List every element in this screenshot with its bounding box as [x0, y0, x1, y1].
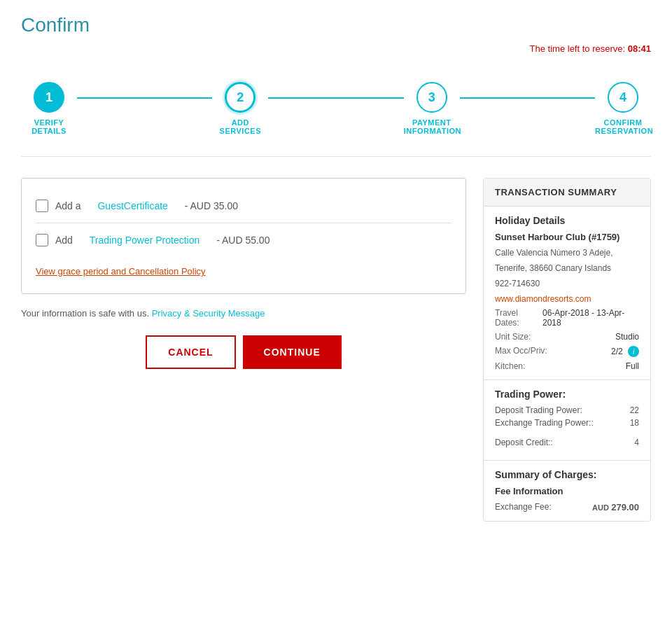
ts-address-line1: Calle Valencia Número 3 Adeje, [495, 246, 639, 259]
ts-exchange-trading-row: Exchange Trading Power:: 18 [495, 418, 639, 428]
cancel-button[interactable]: CANCEL [146, 335, 235, 369]
ts-resort-name: Sunset Harbour Club (#1759) [495, 232, 639, 242]
step-circle-4: 4 [608, 82, 638, 113]
step-label-1: VERIFY DETAILS [21, 118, 77, 135]
cancel-policy-container: View grace period and Cancellation Polic… [36, 253, 451, 279]
timer-label: The time left to reserve: [530, 43, 626, 54]
ts-deposit-credit-value: 4 [634, 438, 639, 447]
connector-2-3 [268, 97, 403, 99]
ts-exchange-fee-row: Exchange Fee: AUD 279.00 [495, 502, 639, 512]
connector-1-2 [77, 97, 212, 99]
ts-exchange-trading-label: Exchange Trading Power:: [495, 418, 594, 428]
ts-max-occ-row: Max Occ/Priv: 2/2 i [495, 346, 639, 357]
info-icon[interactable]: i [628, 346, 639, 357]
step-circle-2: 2 [225, 82, 255, 113]
ts-deposit-trading-value: 22 [630, 405, 639, 415]
ts-fee-info-label: Fee Information [495, 486, 639, 496]
ts-unit-size-label: Unit Size: [495, 332, 531, 342]
continue-button[interactable]: CONTINUE [243, 335, 342, 369]
ts-phone: 922-714630 [495, 277, 639, 290]
step-label-3: PAYMENT INFORMATION [404, 118, 460, 135]
ts-unit-size-value: Studio [615, 332, 639, 342]
ts-holiday-section: Holiday Details Sunset Harbour Club (#17… [484, 207, 650, 380]
step-label-4: CONFIRM RESERVATION [595, 118, 651, 135]
service-row-1: Add a GuestCertificate - AUD 35.00 [36, 193, 451, 219]
timer-row: The time left to reserve: 08:41 [21, 43, 651, 54]
step-4: 4 CONFIRM RESERVATION [595, 82, 651, 135]
ts-deposit-credit-row: Deposit Credit:: 4 [495, 433, 639, 452]
cancel-policy-link[interactable]: View grace period and Cancellation Polic… [36, 266, 206, 277]
service-row-2: Add Trading Power Protection - AUD 55.00 [36, 227, 451, 253]
ts-address-line2: Tenerife, 38660 Canary Islands [495, 262, 639, 274]
step-2: 2 ADD SERVICES [212, 82, 268, 135]
step-label-2: ADD SERVICES [212, 118, 268, 135]
guest-certificate-link[interactable]: GuestCertificate [97, 200, 167, 211]
trading-power-protection-link[interactable]: Trading Power Protection [90, 235, 200, 246]
stepper: 1 VERIFY DETAILS 2 ADD SERVICES 3 PAYMEN… [21, 68, 651, 157]
ts-travel-dates-row: Travel Dates: 06-Apr-2018 - 13-Apr-2018 [495, 308, 639, 328]
page-title: Confirm [21, 14, 651, 36]
trading-power-protection-checkbox[interactable] [36, 234, 48, 246]
ts-kitchen-label: Kitchen: [495, 361, 525, 371]
ts-unit-size-row: Unit Size: Studio [495, 332, 639, 342]
ts-deposit-credit-label: Deposit Credit:: [495, 438, 553, 447]
ts-exchange-fee-label: Exchange Fee: [495, 502, 552, 512]
step-3: 3 PAYMENT INFORMATION [404, 82, 460, 135]
ts-exchange-fee-value: AUD 279.00 [592, 502, 639, 512]
step-circle-1: 1 [34, 82, 64, 113]
connector-3-4 [460, 97, 595, 99]
security-text: Your information is safe with us. [21, 308, 149, 319]
right-panel: TRANSACTION SUMMARY Holiday Details Suns… [483, 178, 651, 522]
ts-exchange-trading-value: 18 [630, 418, 639, 428]
ts-deposit-trading-label: Deposit Trading Power: [495, 405, 582, 415]
service-1-suffix: - AUD 35.00 [185, 200, 238, 211]
ts-charges-title: Summary of Charges: [495, 469, 639, 480]
step-circle-3: 3 [416, 82, 447, 113]
service-1-prefix: Add a [55, 200, 81, 211]
action-buttons: CANCEL CONTINUE [21, 335, 466, 369]
left-panel: Add a GuestCertificate - AUD 35.00 Add T… [21, 178, 466, 522]
service-divider [36, 223, 451, 223]
timer-value: 08:41 [628, 43, 651, 54]
guest-certificate-checkbox[interactable] [36, 200, 48, 212]
ts-travel-dates-value: 06-Apr-2018 - 13-Apr-2018 [542, 308, 639, 328]
ts-max-occ-label: Max Occ/Priv: [495, 346, 547, 357]
ts-kitchen-row: Kitchen: Full [495, 361, 639, 371]
ts-holiday-title: Holiday Details [495, 215, 639, 226]
ts-trading-title: Trading Power: [495, 389, 639, 400]
ts-trading-section: Trading Power: Deposit Trading Power: 22… [484, 380, 650, 461]
privacy-link[interactable]: Privacy & Security Message [152, 308, 265, 319]
service-2-suffix: - AUD 55.00 [216, 235, 270, 246]
ts-kitchen-value: Full [626, 361, 639, 371]
ts-deposit-trading-row: Deposit Trading Power: 22 [495, 405, 639, 415]
transaction-summary: TRANSACTION SUMMARY Holiday Details Suns… [483, 178, 651, 522]
ts-travel-dates-label: Travel Dates: [495, 308, 542, 328]
service-2-prefix: Add [55, 235, 73, 246]
ts-charges-section: Summary of Charges: Fee Information Exch… [484, 461, 650, 521]
services-box: Add a GuestCertificate - AUD 35.00 Add T… [21, 178, 466, 294]
ts-website-link[interactable]: www.diamondresorts.com [495, 294, 591, 304]
ts-max-occ-value: 2/2 i [611, 346, 639, 357]
ts-header: TRANSACTION SUMMARY [484, 179, 650, 207]
security-message: Your information is safe with us. Privac… [21, 308, 466, 319]
step-1: 1 VERIFY DETAILS [21, 82, 77, 135]
